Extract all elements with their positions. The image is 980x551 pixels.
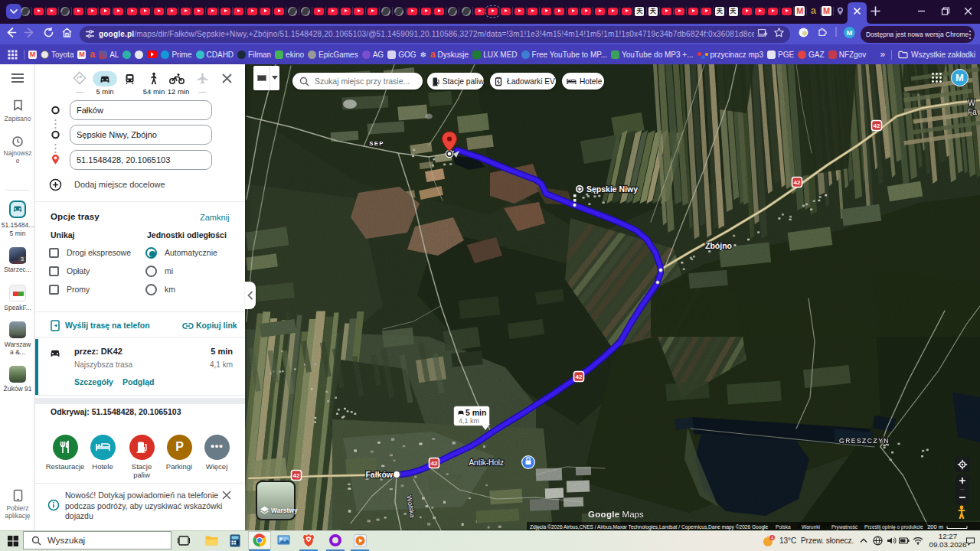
svg-text:Warunki: Warunki [802, 524, 820, 530]
svg-text:Zbójno: Zbójno [705, 241, 732, 250]
svg-text:200 m: 200 m [927, 523, 943, 530]
svg-text:Prywatność: Prywatność [831, 524, 858, 530]
svg-text:42: 42 [794, 179, 801, 186]
svg-text:5 min: 5 min [466, 408, 486, 417]
svg-text:Fałków: Fałków [365, 470, 393, 479]
svg-text:42: 42 [576, 373, 583, 380]
svg-text:Sępskie Niwy: Sępskie Niwy [586, 184, 638, 194]
svg-text:Antik-Holz: Antik-Holz [469, 458, 504, 467]
svg-text:W: W [968, 99, 975, 107]
svg-text:SEP: SEP [369, 140, 384, 147]
svg-text:Polska: Polska [776, 524, 791, 530]
svg-text:Google Maps: Google Maps [588, 510, 644, 519]
svg-text:GRESZCZYN: GRESZCZYN [839, 437, 890, 445]
svg-text:42: 42 [293, 472, 300, 479]
svg-text:42: 42 [431, 460, 438, 467]
svg-text:4: 4 [771, 536, 773, 540]
svg-text:Prześlij opinię o produkcie: Prześlij opinię o produkcie [864, 524, 923, 530]
svg-text:4,1 km: 4,1 km [459, 417, 479, 425]
svg-text:Fa: Fa [968, 108, 977, 116]
svg-text:Zdjęcia ©2026 Airbus,CNES / Ai: Zdjęcia ©2026 Airbus,CNES / Airbus,Maxar… [530, 524, 769, 530]
svg-text:42: 42 [874, 122, 880, 129]
